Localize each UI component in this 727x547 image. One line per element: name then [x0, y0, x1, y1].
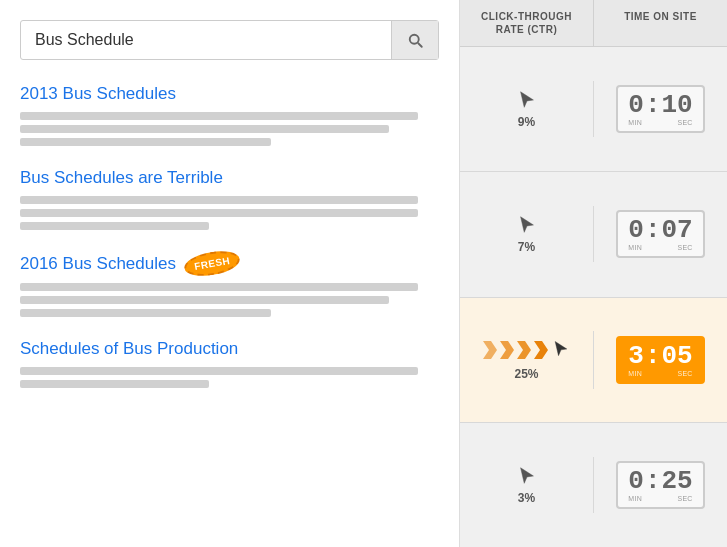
metric-row-2: 7% 0 : 07 MIN SEC: [460, 172, 727, 297]
cursor-icon: [516, 89, 538, 111]
timer-3-min-label: MIN: [628, 370, 642, 377]
ctr-cell-1: 9%: [460, 81, 594, 137]
result-4-title[interactable]: Schedules of Bus Production: [20, 339, 439, 359]
tos-cell-1: 0 : 10 MIN SEC: [594, 77, 727, 141]
search-bar: [20, 20, 439, 60]
timer-2: 0 : 07 MIN SEC: [616, 210, 704, 258]
result-line: [20, 367, 418, 375]
arrow-bar-1: [483, 341, 497, 359]
metric-row-4: 3% 0 : 25 MIN SEC: [460, 423, 727, 547]
timer-4-min-label: MIN: [628, 495, 642, 502]
ctr-percent-4: 3%: [518, 491, 535, 505]
search-icon: [406, 31, 424, 49]
timer-1-sec-label: SEC: [677, 119, 692, 126]
svg-marker-1: [500, 341, 514, 359]
timer-3-sep: :: [645, 343, 661, 369]
result-line: [20, 283, 418, 291]
result-2-title[interactable]: Bus Schedules are Terrible: [20, 168, 439, 188]
svg-marker-0: [483, 341, 497, 359]
search-result-4: Schedules of Bus Production: [20, 339, 439, 388]
timer-1-min: 0: [628, 92, 644, 118]
result-1-title[interactable]: 2013 Bus Schedules: [20, 84, 439, 104]
search-result-3: 2016 Bus Schedules FRESH: [20, 252, 439, 317]
cursor-icon: [516, 465, 538, 487]
metric-row-3: 25% 3 : 05 MIN SEC: [460, 298, 727, 423]
result-3-title[interactable]: 2016 Bus Schedules: [20, 254, 176, 274]
tos-cell-2: 0 : 07 MIN SEC: [594, 202, 727, 266]
metrics-panel: CLICK-THROUGH RATE (CTR) TIME ON SITE 9%…: [460, 0, 727, 547]
result-4-lines: [20, 367, 439, 388]
result-line: [20, 296, 389, 304]
search-result-1: 2013 Bus Schedules: [20, 84, 439, 146]
result-2-lines: [20, 196, 439, 230]
svg-marker-2: [517, 341, 531, 359]
metrics-header: CLICK-THROUGH RATE (CTR) TIME ON SITE: [460, 0, 727, 47]
ctr-bars-active: [483, 339, 571, 359]
arrow-bar-3: [517, 341, 531, 359]
search-results-panel: 2013 Bus Schedules Bus Schedules are Ter…: [0, 0, 460, 547]
arrow-bar-2: [500, 341, 514, 359]
cursor-icon: [516, 214, 538, 236]
timer-2-sec-label: SEC: [677, 244, 692, 251]
timer-2-min-label: MIN: [628, 244, 642, 251]
result-3-lines: [20, 283, 439, 317]
result-line: [20, 222, 209, 230]
result-line: [20, 196, 418, 204]
result-1-lines: [20, 112, 439, 146]
timer-3: 3 : 05 MIN SEC: [616, 336, 704, 384]
ctr-cell-4: 3%: [460, 457, 594, 513]
tos-cell-4: 0 : 25 MIN SEC: [594, 453, 727, 517]
timer-1-min-label: MIN: [628, 119, 642, 126]
result-line: [20, 138, 271, 146]
tos-header: TIME ON SITE: [594, 0, 727, 46]
svg-marker-3: [534, 341, 548, 359]
ctr-percent-2: 7%: [518, 240, 535, 254]
search-result-2: Bus Schedules are Terrible: [20, 168, 439, 230]
fresh-badge: FRESH: [182, 247, 242, 279]
ctr-cell-3: 25%: [460, 331, 594, 389]
cursor-icon-active: [551, 339, 571, 359]
timer-4: 0 : 25 MIN SEC: [616, 461, 704, 509]
timer-4-sep: :: [645, 468, 661, 494]
timer-2-sec: 07: [662, 217, 693, 243]
timer-1-sep: :: [645, 92, 661, 118]
search-input[interactable]: [21, 21, 391, 59]
timer-1: 0 : 10 MIN SEC: [616, 85, 704, 133]
ctr-percent-3: 25%: [514, 367, 538, 381]
ctr-header: CLICK-THROUGH RATE (CTR): [460, 0, 594, 46]
tos-cell-3: 3 : 05 MIN SEC: [594, 328, 727, 392]
arrow-bar-4: [534, 341, 548, 359]
search-button[interactable]: [391, 21, 438, 59]
metric-row-1: 9% 0 : 10 MIN SEC: [460, 47, 727, 172]
timer-4-sec: 25: [662, 468, 693, 494]
timer-2-min: 0: [628, 217, 644, 243]
ctr-cell-2: 7%: [460, 206, 594, 262]
result-line: [20, 380, 209, 388]
result-line: [20, 309, 271, 317]
result-line: [20, 125, 389, 133]
ctr-percent-1: 9%: [518, 115, 535, 129]
metric-rows: 9% 0 : 10 MIN SEC: [460, 47, 727, 547]
timer-1-sec: 10: [662, 92, 693, 118]
timer-3-min: 3: [628, 343, 644, 369]
timer-4-min: 0: [628, 468, 644, 494]
timer-3-sec: 05: [662, 343, 693, 369]
timer-2-sep: :: [645, 217, 661, 243]
result-line: [20, 209, 418, 217]
timer-3-sec-label: SEC: [677, 370, 692, 377]
result-line: [20, 112, 418, 120]
timer-4-sec-label: SEC: [677, 495, 692, 502]
